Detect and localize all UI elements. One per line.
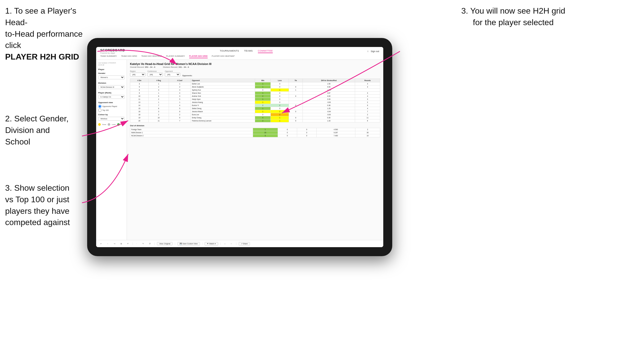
- toolbar-sep3: |: [175, 242, 175, 245]
- nav-info[interactable]: i: [368, 50, 368, 53]
- table-row: 5 2 2 Alexis Sudjianto 1 0 0 4.00 3: [130, 85, 380, 89]
- opponent-filter: Opponent (All): [165, 70, 180, 76]
- expand-h-btn[interactable]: ↔: [229, 242, 234, 245]
- table-row: 3 1 1 Esther Lee 1 0 1.50 4: [130, 82, 380, 85]
- subnav-team-h2h-grid[interactable]: TEAM H2H GRID: [121, 55, 137, 58]
- grid-btn[interactable]: ⊞: [119, 242, 124, 245]
- colour-legend: Down Level Up: [98, 123, 125, 126]
- tablet-device: SCOREBOARD Powered by clippd TOURNAMENTS…: [87, 38, 392, 256]
- left-panel: Last Updated: 27/03/2024 16:55:38 Player…: [96, 60, 127, 246]
- conference-filter: Conference (All): [147, 70, 163, 76]
- table-row: 11 2 5 Heejo Hyun 1 0 3.33 3: [130, 98, 380, 101]
- undo-btn[interactable]: ↩: [99, 242, 103, 245]
- main-nav: TOURNAMENTS TEAMS COMMITTEE: [220, 50, 273, 53]
- colour-by-select[interactable]: Win/loss: [98, 117, 125, 121]
- col-conf: # Conf: [169, 79, 191, 82]
- watch-btn[interactable]: 👁 Watch ▾: [205, 242, 218, 246]
- nav-teams[interactable]: TEAMS: [244, 50, 253, 53]
- table-row: 19 10 6 Emily Chang 4 1 0 0.30 11: [130, 116, 380, 119]
- instruction-1: 1. To see a Player's Head- to-Head perfo…: [5, 5, 85, 63]
- subnav-player-summary[interactable]: PLAYER SUMMARY: [166, 55, 185, 58]
- col-win: Win: [255, 79, 270, 82]
- division-select[interactable]: NCAA Division III: [98, 85, 125, 89]
- opponent-view-group: Opponents Played Top 100: [98, 105, 125, 112]
- opponent-select[interactable]: (All): [165, 73, 180, 76]
- table-row: 16 3 6 Jessica Mason 1 2 0 -0.94 7: [130, 110, 380, 113]
- share-btn[interactable]: ↗ Share: [239, 242, 250, 246]
- radio-opponents-played[interactable]: Opponents Played: [98, 105, 125, 108]
- col-diff: Diff Av Strokes/Rnd: [303, 79, 355, 82]
- region-filter: Region (All): [130, 70, 145, 76]
- instruction-top-right: 3. You will now see H2H grid for the pla…: [449, 5, 577, 28]
- grid-subtitle: Overall Record: 353 - 34 - 6 Division Re…: [130, 66, 380, 68]
- subnav-player-h2h-grid[interactable]: PLAYER H2H GRID: [189, 55, 208, 58]
- col-opponent: Opponent: [191, 79, 255, 82]
- player-select[interactable]: 8. Katelyn Vo: [98, 95, 125, 99]
- toolbar-sep5: |: [220, 242, 221, 245]
- back-btn[interactable]: ←: [105, 242, 110, 245]
- instruction-2: 2. Select Gender, Division and School: [5, 113, 85, 147]
- dot-btn[interactable]: ·: [135, 242, 139, 245]
- table-row: 20 11 7 Federica Domecq Lacroze 2 1 0 1.…: [130, 119, 380, 122]
- table-row: 10 6 3 Andrea York 2 0 0 4.00 4: [130, 95, 380, 98]
- nav-signout[interactable]: Sign out: [371, 50, 379, 53]
- table-row: 15 8 5 Stella Cheng 1 0 1.25 4: [130, 107, 380, 110]
- table-row: 13 1 1 Jessica Huang 1 0 -3.00 2: [130, 101, 380, 104]
- last-updated: Last Updated: 27/03/2024 16:55:38: [98, 62, 125, 66]
- gender-select[interactable]: Women's: [98, 75, 125, 79]
- subnav-team-h2h-heatmap[interactable]: TEAM H2H HEATMAP: [141, 55, 162, 58]
- toolbar-sep1: |: [132, 242, 133, 245]
- redo-btn[interactable]: ↪: [112, 242, 117, 245]
- legend-up: [117, 123, 120, 126]
- sub-nav: TEAM SUMMARY TEAM H2H GRID TEAM H2H HEAT…: [100, 55, 379, 60]
- instruction-3-left: 3. Show selection vs Top 100 or just pla…: [5, 182, 85, 228]
- region-select[interactable]: (All): [130, 73, 145, 76]
- app-logo: SCOREBOARD Powered by clippd: [100, 49, 125, 54]
- h2h-table: # Div # Reg # Conf Opponent Win Loss Tie…: [130, 79, 380, 122]
- view-original-btn[interactable]: View: Original: [157, 242, 173, 245]
- out-of-division-label: Out of division: [130, 124, 380, 127]
- redo2-btn[interactable]: ↷: [141, 242, 145, 245]
- filter-row: Region (All) Conference (All) Opponent: [130, 70, 380, 76]
- toolbar-sep6: |: [236, 242, 237, 245]
- table-row: 9 1 4 Sharon Mun 1 0 3.67 3: [130, 92, 380, 95]
- nav-right: i Sign out: [368, 50, 379, 53]
- right-content: Katelyn Vo Head-to-Head Grid for Women's…: [127, 60, 383, 246]
- col-div: # Div: [130, 79, 149, 82]
- col-reg: # Reg: [149, 79, 169, 82]
- out-of-division-row: NAIA Division 1 15 0 0 9.267 30: [130, 131, 380, 134]
- conference-select[interactable]: (All): [147, 73, 163, 76]
- col-loss: Loss: [271, 79, 289, 82]
- nav-tournaments[interactable]: TOURNAMENTS: [220, 50, 239, 53]
- main-content: Last Updated: 27/03/2024 16:55:38 Player…: [96, 60, 383, 246]
- tablet-screen: SCOREBOARD Powered by clippd TOURNAMENTS…: [96, 47, 383, 247]
- out-of-division-row: NCAA Division 2 5 0 0 7.400 10: [130, 134, 380, 137]
- save-custom-view-btn[interactable]: 💾 Save Custom View: [177, 242, 200, 246]
- table-header-row: # Div # Reg # Conf Opponent Win Loss Tie…: [130, 79, 380, 82]
- timer-btn[interactable]: ⏱: [147, 242, 152, 245]
- table-row: 6 3 3 Sydney Kuo 0 1 1 -1.00: [130, 89, 380, 92]
- undo2-btn[interactable]: ↶: [126, 242, 130, 245]
- radio-top100[interactable]: Top 100: [98, 109, 125, 112]
- table-row: 18 2 2 Euna Lee 0 2 -5.00 2: [130, 113, 380, 116]
- col-tie: Tie: [289, 79, 303, 82]
- subnav-player-h2h-heatmap[interactable]: PLAYER H2H HEATMAP: [212, 55, 235, 58]
- grid-title: Katelyn Vo Head-to-Head Grid for Women's…: [130, 62, 380, 65]
- expand-v-btn[interactable]: ↕: [223, 242, 227, 245]
- nav-committee[interactable]: COMMITTEE: [258, 50, 273, 53]
- toolbar-sep2: |: [154, 242, 155, 245]
- table-row: 14 7 4 Eunice Yi 2 2 0 0.38 9: [130, 104, 380, 107]
- app-header: SCOREBOARD Powered by clippd TOURNAMENTS…: [96, 47, 383, 60]
- out-of-division-row: Foreign Team 1 0 0 4.500 2: [130, 128, 380, 131]
- legend-down: [98, 123, 101, 126]
- out-of-division-table: Foreign Team 1 0 0 4.500 2 NAIA Division…: [130, 128, 380, 137]
- toolbar-sep4: |: [202, 242, 203, 245]
- subnav-team-summary[interactable]: TEAM SUMMARY: [100, 55, 117, 58]
- bottom-toolbar: ↩ ← ↪ ⊞ ↶ | · ↷ ⏱ | View: Original | 💾 S…: [96, 240, 383, 247]
- col-rounds: Rounds: [355, 79, 380, 82]
- legend-level: [108, 123, 110, 126]
- opponents-label-container: Opponents:: [182, 75, 192, 76]
